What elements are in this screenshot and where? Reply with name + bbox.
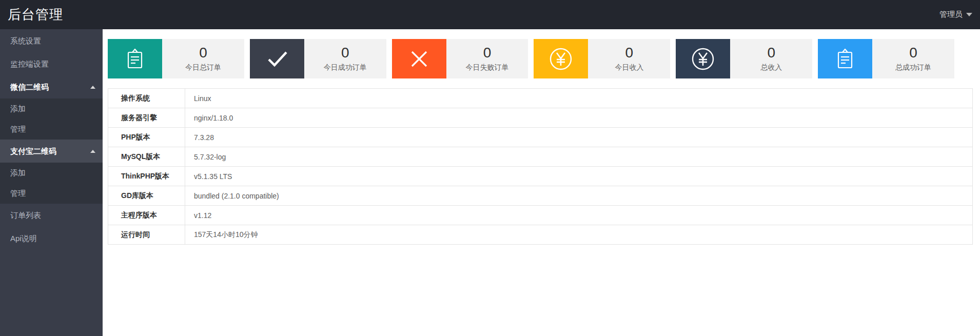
spec-value: nginx/1.18.0 xyxy=(185,108,973,128)
sidebar-item-wechat-add[interactable]: 添加 xyxy=(0,98,103,119)
clipboard-icon xyxy=(835,48,855,70)
yen-icon xyxy=(691,47,715,71)
sidebar-item-label: 监控端设置 xyxy=(10,60,49,68)
stat-icon-box xyxy=(818,39,872,78)
stat-icon-box xyxy=(676,39,730,78)
stat-label: 今日收入 xyxy=(615,63,643,72)
sidebar-item-label: 添加 xyxy=(10,168,26,177)
sidebar-item-label: Api说明 xyxy=(10,234,37,243)
sidebar-item-wechat-manage[interactable]: 管理 xyxy=(0,119,103,140)
spec-label: 操作系统 xyxy=(108,89,185,108)
spec-label: MySQL版本 xyxy=(108,147,185,167)
check-icon xyxy=(265,49,289,69)
stat-label: 今日成功订单 xyxy=(324,63,367,72)
clipboard-icon xyxy=(125,48,145,70)
stat-card-total-success-orders: 0 总成功订单 xyxy=(818,39,954,78)
sidebar-item-wechat-qrcode[interactable]: 微信二维码 xyxy=(0,75,103,98)
main-content: 0 今日总订单 0 今日成功订单 0 xyxy=(103,29,980,336)
sidebar-item-label: 订单列表 xyxy=(10,211,41,220)
stat-label: 总收入 xyxy=(760,63,782,72)
spec-value: Linux xyxy=(185,89,973,108)
stat-value: 0 xyxy=(199,45,207,60)
stat-card-total-income: 0 总收入 xyxy=(676,39,812,78)
table-row: 操作系统 Linux xyxy=(108,89,973,108)
table-row: 服务器引擎 nginx/1.18.0 xyxy=(108,108,973,128)
spec-value: bundled (2.1.0 compatible) xyxy=(185,186,973,206)
table-row: GD库版本 bundled (2.1.0 compatible) xyxy=(108,186,973,206)
stat-value: 0 xyxy=(625,45,634,60)
stat-info: 0 今日收入 xyxy=(588,39,670,78)
stat-value: 0 xyxy=(483,45,492,60)
stat-icon-box xyxy=(392,39,446,78)
stat-info: 0 总收入 xyxy=(730,39,812,78)
table-row: PHP版本 7.3.28 xyxy=(108,128,973,147)
stat-card-today-total-orders: 0 今日总订单 xyxy=(108,39,244,78)
spec-value: v1.12 xyxy=(185,206,973,225)
spec-label: 运行时间 xyxy=(108,225,185,245)
spec-value: v5.1.35 LTS xyxy=(185,167,973,186)
stat-value: 0 xyxy=(341,45,349,60)
spec-value: 157天14小时10分钟 xyxy=(185,225,973,245)
sidebar-item-alipay-add[interactable]: 添加 xyxy=(0,163,103,183)
user-menu[interactable]: 管理员 xyxy=(939,0,972,29)
spec-value: 7.3.28 xyxy=(185,128,973,147)
sidebar-item-system-settings[interactable]: 系统设置 xyxy=(0,29,103,52)
stat-label: 今日失败订单 xyxy=(466,63,509,72)
user-name: 管理员 xyxy=(939,10,963,19)
yen-icon xyxy=(549,47,573,71)
stat-card-today-failed-orders: 0 今日失败订单 xyxy=(392,39,528,78)
sidebar-item-alipay-qrcode[interactable]: 支付宝二维码 xyxy=(0,140,103,163)
sidebar-item-order-list[interactable]: 订单列表 xyxy=(0,204,103,227)
table-row: ThinkPHP版本 v5.1.35 LTS xyxy=(108,167,973,186)
chevron-up-icon xyxy=(90,150,95,153)
stat-card-today-income: 0 今日收入 xyxy=(534,39,670,78)
stat-value: 0 xyxy=(909,45,917,60)
stat-icon-box xyxy=(108,39,162,78)
chevron-up-icon xyxy=(90,86,95,89)
table-row: 主程序版本 v1.12 xyxy=(108,206,973,225)
table-row: MySQL版本 5.7.32-log xyxy=(108,147,973,167)
sidebar-item-alipay-manage[interactable]: 管理 xyxy=(0,183,103,204)
stat-icon-box xyxy=(250,39,304,78)
spec-value: 5.7.32-log xyxy=(185,147,973,167)
header: 后台管理 管理员 xyxy=(0,0,980,29)
chevron-down-icon xyxy=(966,13,972,16)
sidebar-item-label: 微信二维码 xyxy=(10,83,49,91)
page-title: 后台管理 xyxy=(8,0,63,29)
system-info-table: 操作系统 Linux 服务器引擎 nginx/1.18.0 PHP版本 7.3.… xyxy=(108,88,973,245)
sidebar-item-label: 添加 xyxy=(10,104,26,113)
spec-label: ThinkPHP版本 xyxy=(108,167,185,186)
stat-info: 0 今日失败订单 xyxy=(446,39,528,78)
sidebar-group-wechat: 添加 管理 xyxy=(0,98,103,140)
stat-label: 总成功订单 xyxy=(895,63,931,72)
stat-card-today-success-orders: 0 今日成功订单 xyxy=(250,39,386,78)
stat-info: 0 今日总订单 xyxy=(162,39,244,78)
sidebar-item-label: 支付宝二维码 xyxy=(10,147,56,155)
sidebar-item-label: 管理 xyxy=(10,125,26,133)
stats-row: 0 今日总订单 0 今日成功订单 0 xyxy=(108,39,954,78)
table-row: 运行时间 157天14小时10分钟 xyxy=(108,225,973,245)
sidebar-item-label: 系统设置 xyxy=(10,36,41,45)
stat-icon-box xyxy=(534,39,588,78)
sidebar-group-alipay: 添加 管理 xyxy=(0,163,103,204)
sidebar-item-monitor-settings[interactable]: 监控端设置 xyxy=(0,52,103,75)
stat-info: 0 总成功订单 xyxy=(872,39,954,78)
spec-label: 主程序版本 xyxy=(108,206,185,225)
spec-label: PHP版本 xyxy=(108,128,185,147)
stat-info: 0 今日成功订单 xyxy=(304,39,386,78)
sidebar-item-label: 管理 xyxy=(10,189,26,197)
spec-label: 服务器引擎 xyxy=(108,108,185,128)
cross-icon xyxy=(408,48,430,70)
spec-label: GD库版本 xyxy=(108,186,185,206)
sidebar: 系统设置 监控端设置 微信二维码 添加 管理 支付宝二维码 添加 管理 订单列表… xyxy=(0,29,103,336)
stat-value: 0 xyxy=(767,45,775,60)
stat-label: 今日总订单 xyxy=(185,63,221,72)
sidebar-item-api-docs[interactable]: Api说明 xyxy=(0,227,103,250)
